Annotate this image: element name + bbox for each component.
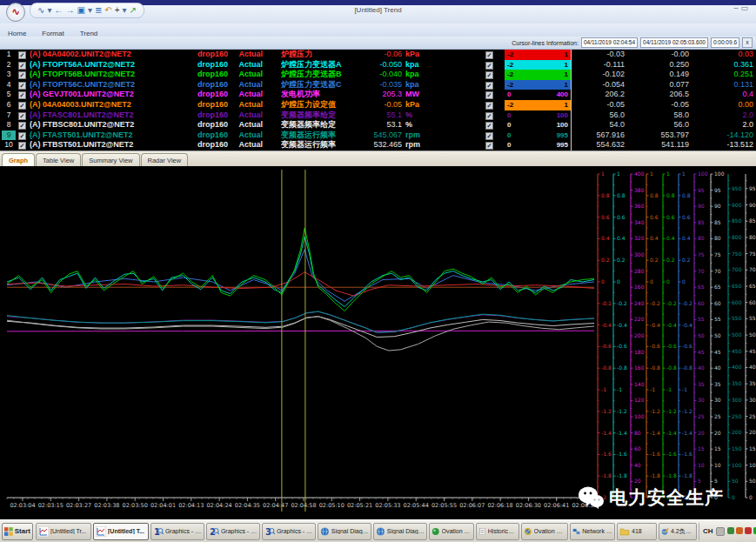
- row-checkbox[interactable]: ✓: [18, 102, 26, 110]
- axis-tick-label: 500: [732, 331, 742, 338]
- axis-tick-label: 35: [698, 381, 705, 387]
- axis-tick-label: 550: [732, 315, 742, 321]
- axis-tick-label: 5: [698, 478, 701, 484]
- point-name[interactable]: (A) FTASC801.UNIT2@NET2: [30, 110, 191, 121]
- taskbar-item-7[interactable]: Signal Diagra...: [373, 523, 427, 540]
- axis-tick-label: 0.6: [617, 214, 626, 220]
- taskbar-item-8[interactable]: Ovation Alar...: [429, 523, 474, 540]
- units-cell: kPa: [405, 50, 435, 60]
- table-row[interactable]: 5✓(A) GEVJT001.UNIT2@NET2drop160Actual发电…: [0, 90, 756, 100]
- view-tab-table-view[interactable]: Table View: [36, 153, 81, 166]
- taskbar-item-13[interactable]: 4.2负压调...: [659, 523, 697, 540]
- tray-status-icon-4[interactable]: [753, 527, 756, 534]
- trend-plot[interactable]: 02:03:0402:03:1502:03:2702:03:3802:03:50…: [0, 166, 756, 519]
- time-tick-label: 02:05:21: [347, 502, 372, 509]
- scale-checkbox[interactable]: ✓: [485, 142, 493, 150]
- taskbar-item-9[interactable]: Historical Re...: [476, 523, 519, 540]
- point-name[interactable]: (A) FTOPT56C.UNIT2@NET2: [30, 80, 191, 90]
- scale-checkbox[interactable]: ✓: [485, 71, 493, 79]
- scale-checkbox[interactable]: ✓: [485, 62, 493, 70]
- scale-checkbox[interactable]: ✓: [485, 51, 493, 59]
- row-checkbox[interactable]: ✓: [18, 62, 26, 70]
- point-name[interactable]: (A) 04A04002.UNIT2@NET2: [30, 50, 191, 60]
- value-cell: 532.465: [341, 140, 402, 151]
- axis-tick-label: 60: [714, 300, 721, 306]
- keyboard-icon[interactable]: [716, 527, 725, 536]
- table-row[interactable]: 8✓(A) FTBSC801.UNIT2@NET2drop160Actual变频…: [0, 120, 756, 130]
- view-tab-summary-view[interactable]: Summary View: [82, 153, 139, 166]
- cursor2-value: 58.0: [632, 110, 689, 121]
- tray-status-icon-2[interactable]: [736, 527, 743, 534]
- units-cell: MW: [405, 90, 435, 100]
- row-checkbox[interactable]: ✓: [18, 132, 26, 140]
- table-row[interactable]: 9✓(A) FTAST501.UNIT2@NET2drop160Actual变频…: [0, 130, 756, 141]
- axis-tick-label: -1: [601, 386, 606, 392]
- axis-tick-label: 260: [634, 284, 645, 290]
- scale-range-bar: 0995: [505, 130, 572, 141]
- axis-tick-label: 80: [714, 235, 721, 241]
- taskbar-item-10[interactable]: Ovation Poin...: [521, 523, 568, 540]
- axis-tick-label: 40: [634, 462, 641, 468]
- time-tick-label: 02:04:47: [263, 502, 288, 509]
- taskbar-item-5[interactable]: 3Graphics - -...: [262, 523, 316, 540]
- scale-checkbox[interactable]: ✓: [485, 112, 493, 120]
- taskbar-item-label: [Untitled] T...: [108, 528, 144, 534]
- row-checkbox[interactable]: ✓: [18, 112, 26, 120]
- table-row[interactable]: 4✓(A) FTOPT56C.UNIT2@NET2drop160Actual炉膛…: [0, 80, 756, 90]
- row-checkbox[interactable]: ✓: [18, 142, 26, 150]
- point-name[interactable]: (A) 04A04003.UNIT2@NET2: [30, 100, 191, 110]
- taskbar-item-6[interactable]: Signal Diagra...: [318, 523, 371, 540]
- taskbar-item-11[interactable]: Network and...: [570, 523, 615, 540]
- axis-tick-label: 900: [749, 202, 756, 208]
- axis-tick-label: -0.4: [617, 322, 627, 328]
- point-name[interactable]: (A) FTOPT56A.UNIT2@NET2: [30, 60, 191, 70]
- language-indicator[interactable]: CH: [703, 527, 713, 535]
- row-checkbox[interactable]: ✓: [18, 51, 26, 59]
- table-row[interactable]: 1✓(A) 04A04002.UNIT2@NET2drop160Actual炉膛…: [0, 50, 756, 60]
- cursor-end-time[interactable]: 04/11/2019 02:05:03.600: [640, 37, 708, 48]
- axis-tick-label: 0: [749, 494, 753, 500]
- table-row[interactable]: 2✓(A) FTOPT56A.UNIT2@NET2drop160Actual炉膛…: [0, 60, 756, 70]
- row-number: 5: [2, 90, 16, 100]
- start-button[interactable]: Start: [2, 523, 33, 540]
- row-checkbox[interactable]: ✓: [18, 82, 26, 90]
- trend-graph-panel[interactable]: 02:03:0402:03:1502:03:2702:03:3802:03:50…: [0, 166, 756, 519]
- cursor-duration[interactable]: 0:00:09.6: [711, 37, 739, 48]
- scale-checkbox[interactable]: ✓: [485, 82, 493, 90]
- row-number: 7: [2, 110, 16, 121]
- table-row[interactable]: 6✓(A) 04A04003.UNIT2@NET2drop160Actual炉膛…: [0, 100, 756, 110]
- tray-status-icon-3[interactable]: [745, 527, 752, 534]
- scale-checkbox[interactable]: ✓: [485, 132, 493, 140]
- cursor2-value: 56.0: [632, 120, 689, 130]
- tray-status-icon-1[interactable]: [727, 527, 734, 534]
- point-name[interactable]: (A) GEVJT001.UNIT2@NET2: [30, 90, 191, 100]
- taskbar-item-12[interactable]: 418: [617, 523, 657, 540]
- window-buttons[interactable]: –▭: [733, 3, 751, 12]
- row-checkbox[interactable]: ✓: [18, 71, 26, 79]
- scale-checkbox[interactable]: ✓: [485, 122, 493, 130]
- taskbar-item-1[interactable]: [Untitled] Tr...: [36, 523, 91, 540]
- units-cell: %: [405, 120, 435, 130]
- view-tab-radar-view[interactable]: Radar View: [141, 153, 189, 166]
- table-row[interactable]: 10✓(A) FTBST501.UNIT2@NET2drop160Actual变…: [0, 140, 756, 151]
- cursor-info-close-button[interactable]: x: [742, 37, 753, 48]
- table-row[interactable]: 7✓(A) FTASC801.UNIT2@NET2drop160Actual变频…: [0, 110, 756, 121]
- axis-tick-label: 0.4: [601, 235, 610, 241]
- view-tab-graph[interactable]: Graph: [2, 153, 35, 166]
- row-checkbox[interactable]: ✓: [18, 91, 26, 99]
- table-row[interactable]: 3✓(A) FTOPT56B.UNIT2@NET2drop160Actual炉膛…: [0, 70, 756, 80]
- restore-button[interactable]: ▭: [740, 3, 751, 12]
- taskbar-item-2[interactable]: [Untitled] T...: [93, 523, 149, 540]
- taskbar-item-4[interactable]: 2Graphics - -...: [206, 523, 260, 540]
- axis-tick-label: 15: [698, 445, 705, 452]
- point-name[interactable]: (A) FTBST501.UNIT2@NET2: [30, 140, 191, 151]
- cursor-start-time[interactable]: 04/11/2019 02:04:54: [581, 37, 638, 48]
- scale-checkbox[interactable]: ✓: [485, 91, 493, 99]
- taskbar-item-3[interactable]: 1Graphics - -...: [151, 523, 204, 540]
- point-name[interactable]: (A) FTOPT56B.UNIT2@NET2: [30, 70, 191, 80]
- point-name[interactable]: (A) FTBSC801.UNIT2@NET2: [30, 120, 191, 130]
- axis-tick-label: 650: [732, 283, 742, 289]
- scale-checkbox[interactable]: ✓: [485, 102, 493, 110]
- row-checkbox[interactable]: ✓: [18, 122, 26, 130]
- point-name[interactable]: (A) FTAST501.UNIT2@NET2: [30, 130, 191, 141]
